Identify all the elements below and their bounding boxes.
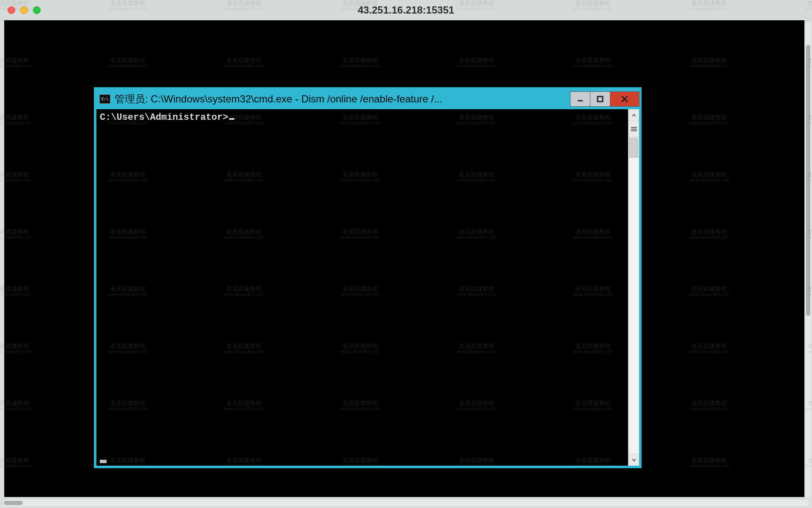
mac-horizontal-scrollbar[interactable] (3, 500, 809, 506)
close-icon (620, 95, 629, 103)
minimize-button[interactable] (570, 91, 590, 107)
mac-window-body: 管理员: C:\Windows\system32\cmd.exe - Dism … (0, 20, 812, 508)
mac-hscroll-thumb[interactable] (4, 501, 23, 505)
cmd-prompt: C:\Users\Administrator> (100, 112, 228, 123)
close-button[interactable] (610, 91, 639, 107)
cmd-client-area: C:\Users\Administrator> (96, 109, 639, 466)
maximize-button[interactable] (590, 91, 610, 107)
hamburger-icon (631, 126, 637, 132)
remote-desktop-viewport[interactable]: 管理员: C:\Windows\system32\cmd.exe - Dism … (4, 20, 804, 497)
cmd-titlebar[interactable]: 管理员: C:\Windows\system32\cmd.exe - Dism … (96, 89, 639, 109)
window-controls (571, 91, 639, 107)
mac-titlebar[interactable]: 43.251.16.218:15351 (0, 0, 812, 20)
scroll-down-button[interactable] (628, 454, 639, 466)
cmd-window-title: 管理员: C:\Windows\system32\cmd.exe - Dism … (115, 92, 571, 106)
maximize-icon (597, 96, 604, 102)
mac-window-title: 43.251.16.218:15351 (0, 4, 812, 16)
scroll-thumb[interactable] (629, 138, 638, 157)
outer-mac-window: 43.251.16.218:15351 管理员: C:\Windows\syst… (0, 0, 812, 508)
mac-vertical-scrollbar[interactable] (805, 22, 811, 498)
scroll-options-button[interactable] (628, 121, 639, 137)
cmd-window[interactable]: 管理员: C:\Windows\system32\cmd.exe - Dism … (94, 87, 642, 468)
chevron-up-icon (631, 113, 636, 118)
cmd-vertical-scrollbar[interactable] (628, 109, 639, 466)
minimize-icon (577, 96, 584, 102)
block-cursor-icon (100, 460, 107, 463)
svg-rect-1 (598, 97, 603, 102)
text-cursor-icon (229, 118, 234, 120)
cmd-output[interactable]: C:\Users\Administrator> (96, 109, 628, 466)
scroll-track[interactable] (628, 137, 639, 454)
scroll-up-button[interactable] (628, 109, 639, 121)
mac-vscroll-thumb[interactable] (806, 45, 810, 316)
chevron-down-icon (631, 458, 636, 463)
cmd-app-icon (99, 94, 110, 104)
